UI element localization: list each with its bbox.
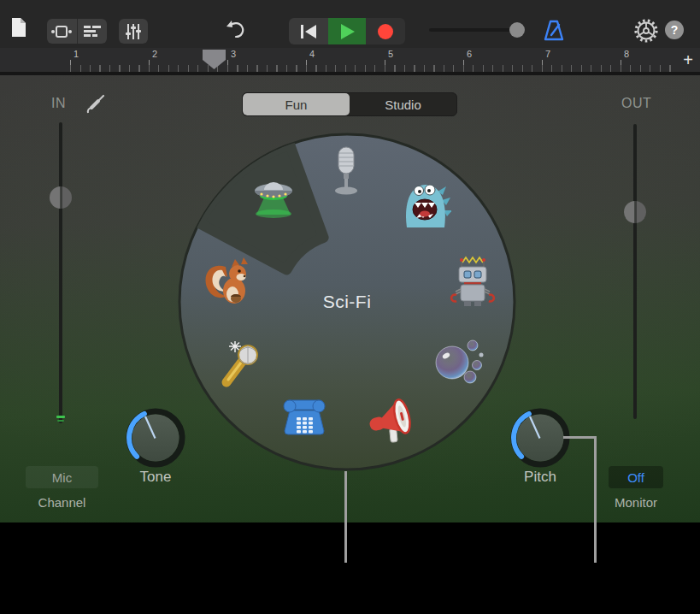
callout-line-wheel <box>344 471 347 563</box>
selected-preset-label: Sci-Fi <box>287 292 407 312</box>
record-button[interactable] <box>366 18 405 44</box>
channel-label: Channel <box>26 495 98 510</box>
preset-monster[interactable] <box>400 180 451 233</box>
preset-sci-fi[interactable] <box>246 170 301 223</box>
channel-source-button[interactable]: Mic <box>26 466 98 488</box>
connections-view-button[interactable] <box>47 19 77 44</box>
preset-telephone[interactable] <box>278 393 331 445</box>
mixer-button[interactable] <box>119 19 148 44</box>
master-volume-thumb[interactable] <box>509 22 525 38</box>
preset-megaphone[interactable] <box>364 394 419 447</box>
tone-knob-label: Tone <box>113 469 198 486</box>
transport-controls <box>289 18 405 44</box>
ruler-number: 3 <box>231 49 236 59</box>
ruler-number: 4 <box>309 49 315 59</box>
telephone-icon <box>278 393 331 441</box>
go-to-beginning-icon <box>299 24 318 39</box>
new-document-button[interactable] <box>10 17 27 42</box>
pitch-knob-label: Pitch <box>497 469 583 486</box>
monitor-toggle-button[interactable]: Off <box>609 466 663 488</box>
settings-button[interactable] <box>633 18 659 47</box>
bubbles-icon <box>432 337 485 387</box>
output-fader-thumb[interactable] <box>624 201 646 223</box>
output-label: OUT <box>621 96 651 111</box>
play-button[interactable] <box>328 18 366 44</box>
mode-switch: Fun Studio <box>242 92 457 116</box>
toolbar: ? <box>0 0 700 49</box>
glowing-mic-icon <box>216 339 266 389</box>
studio-mic-icon <box>327 145 365 198</box>
preset-bubbles[interactable] <box>432 337 485 390</box>
ruler-number: 5 <box>388 49 393 59</box>
help-button[interactable]: ? <box>665 21 684 39</box>
play-icon <box>338 23 356 40</box>
callout-line-pitch-horizontal <box>563 436 597 439</box>
callout-line-pitch-vertical <box>594 436 597 563</box>
ufo-icon <box>246 170 301 220</box>
tracks-view-button[interactable] <box>77 19 108 44</box>
mode-option-studio[interactable]: Studio <box>350 93 456 115</box>
tracks-icon <box>82 23 103 39</box>
metronome-icon <box>543 19 565 43</box>
monster-icon <box>400 180 451 229</box>
mode-option-fun[interactable]: Fun <box>243 93 350 115</box>
input-level-meter <box>57 420 64 422</box>
tone-knob[interactable] <box>123 405 188 470</box>
undo-icon <box>224 20 246 42</box>
record-icon <box>376 22 395 41</box>
ruler-number: 1 <box>74 49 79 59</box>
preset-natural[interactable] <box>327 145 365 202</box>
ruler-number: 7 <box>545 49 550 59</box>
go-to-beginning-button[interactable] <box>289 18 328 44</box>
ruler-number: 2 <box>152 49 157 59</box>
ruler-number: 6 <box>467 49 472 59</box>
settings-gear-icon <box>633 18 659 44</box>
audio-jack-icon <box>84 91 108 115</box>
robot-icon <box>449 254 497 309</box>
input-fader-thumb[interactable] <box>50 186 72 209</box>
monitor-label: Monitor <box>609 495 663 510</box>
document-icon <box>10 17 27 38</box>
add-track-button[interactable]: + <box>679 50 697 70</box>
preset-robot[interactable] <box>449 254 497 312</box>
megaphone-icon <box>364 394 419 444</box>
garageband-window: ? 1 2 3 4 5 6 7 8 + IN OUT Fun Studio <box>0 0 700 614</box>
output-fader-track[interactable] <box>633 124 637 419</box>
preset-glow-mic[interactable] <box>216 339 266 393</box>
metronome-button[interactable] <box>543 19 565 46</box>
squirrel-icon <box>202 257 255 306</box>
preset-chipmunk[interactable] <box>202 257 255 310</box>
input-fader-track[interactable] <box>59 122 62 423</box>
input-level-meter <box>56 416 65 418</box>
undo-button[interactable] <box>224 20 246 45</box>
input-source-button[interactable] <box>84 91 108 118</box>
input-label: IN <box>51 96 66 111</box>
mixer-icon <box>123 22 144 41</box>
connections-icon <box>50 24 73 39</box>
view-switch-group <box>47 19 107 44</box>
ruler-minor-ticks <box>70 65 679 72</box>
ruler-number: 8 <box>624 49 629 59</box>
